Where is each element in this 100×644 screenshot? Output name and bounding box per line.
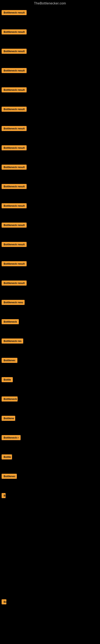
bottleneck-badge[interactable]: Bottleneck result [1, 280, 27, 286]
list-item: Bottlenec [1, 472, 99, 490]
list-item: Bottleneck result [1, 202, 99, 219]
list-item: Bottle [1, 453, 99, 470]
bottleneck-badge[interactable]: Bottleneck result [1, 10, 27, 15]
bottleneck-badge[interactable]: Bottle [1, 377, 13, 382]
bottleneck-badge[interactable]: Bottleneck [1, 319, 19, 324]
bottleneck-badge[interactable]: Bottleneck result [1, 242, 27, 247]
list-item: Bottleneck result [1, 66, 99, 84]
list-item [1, 624, 99, 644]
bottleneck-badge[interactable]: Bottlene [1, 416, 15, 421]
bottleneck-badge[interactable]: Bottlenec [1, 358, 17, 363]
bottleneck-badge[interactable]: Bottleneck result [1, 261, 27, 266]
list-item: Bottleneck res [1, 337, 99, 354]
list-item: Bo [1, 598, 99, 622]
bottleneck-badge[interactable]: Bottleneck result [1, 30, 27, 34]
bottleneck-badge[interactable]: Bottlenec [1, 474, 17, 479]
bottleneck-badge[interactable]: Bottleneck result [1, 184, 27, 189]
list-item: Bottleneck result [1, 105, 99, 123]
bottleneck-badge[interactable]: Bottleneck r [1, 435, 21, 440]
bottleneck-badge[interactable]: Bottle [1, 454, 12, 460]
list-item [1, 576, 99, 596]
list-item: Bottleneck result [1, 240, 99, 258]
bottleneck-badge[interactable]: Bo [1, 599, 6, 604]
bottleneck-badge[interactable]: Bottleneck result [1, 107, 27, 112]
list-item: Bottle [1, 376, 99, 393]
list-item: Bottleneck result [1, 163, 99, 181]
list-item: Bottleneck result [1, 124, 99, 142]
bottleneck-badge[interactable]: Bottleneck resu [1, 300, 25, 305]
list-item: Bottleneck result [1, 260, 99, 277]
list-item: Bottleneck result [1, 28, 99, 46]
site-header: TheBottlenecker.com [0, 0, 100, 8]
bottleneck-badge[interactable]: Bottleneck result [1, 68, 27, 73]
list-item: Bottlene [1, 414, 99, 432]
list-item: Bottleneck result [1, 47, 99, 65]
list-item: Bottleneck result [1, 144, 99, 162]
list-item: Bottleneck result [1, 221, 99, 239]
list-item: Bottleneck result [1, 86, 99, 104]
list-item: Bottleneck result [1, 8, 99, 26]
bottleneck-badge[interactable]: Bottleneck res [1, 338, 23, 344]
list-item [1, 532, 99, 553]
list-item: Bottleneck result [1, 279, 99, 297]
bottleneck-badge[interactable]: Bottleneck result [1, 203, 27, 208]
bottleneck-badge[interactable]: Bottleneck result [1, 222, 27, 228]
list-item: B [1, 492, 99, 509]
bottleneck-badge[interactable]: B [1, 493, 6, 498]
site-title: TheBottlenecker.com [0, 0, 100, 8]
bottleneck-badge[interactable]: Bottleneck result [1, 145, 27, 150]
bottleneck-badge[interactable]: Bottleneck result [1, 87, 27, 92]
list-item: Bottleneck resu [1, 298, 99, 316]
list-item: Bottleneck [1, 395, 99, 412]
list-item [1, 511, 99, 531]
list-item: Bottleneck [1, 318, 99, 335]
bottleneck-badge[interactable]: Bottleneck result [1, 164, 27, 170]
bottleneck-badge[interactable]: Bottleneck result [1, 49, 27, 54]
items-container: Bottleneck resultBottleneck resultBottle… [0, 8, 100, 644]
list-item: Bottleneck r [1, 434, 99, 451]
list-item: Bottleneck result [1, 182, 99, 200]
bottleneck-badge[interactable]: Bottleneck result [1, 126, 27, 131]
bottleneck-badge[interactable]: Bottleneck [1, 396, 18, 402]
list-item [1, 554, 99, 574]
list-item: Bottlenec [1, 356, 99, 374]
